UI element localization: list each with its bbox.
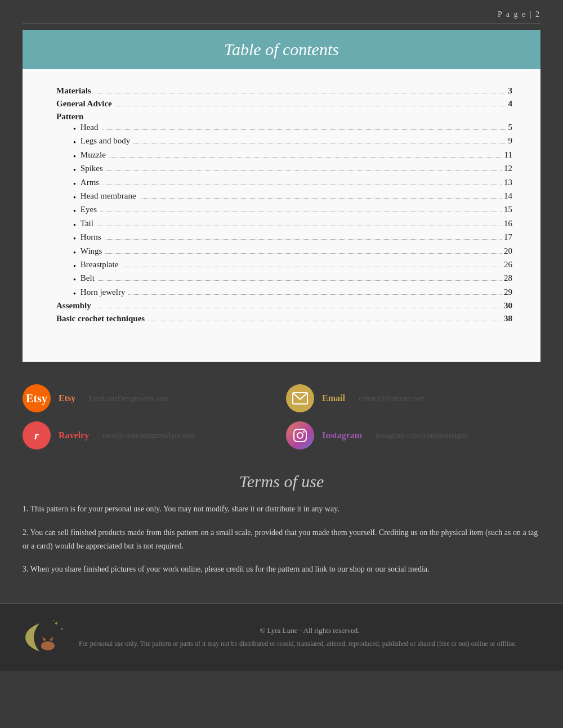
footer-disclaimer: For personal use only. The pattern or pa…: [79, 639, 540, 649]
svg-point-5: [61, 628, 63, 630]
toc-content: Materials 3 General Advice 4 Pattern ● H…: [23, 69, 540, 362]
toc-label-belt: Belt: [81, 273, 95, 283]
toc-label-breastplate: Breastplate: [81, 260, 118, 269]
toc-row-muzzle: ● Muzzle 11: [56, 150, 512, 160]
toc-page-muzzle: 11: [504, 150, 512, 160]
toc-page-wings: 20: [504, 246, 512, 256]
email-label: Email: [322, 393, 345, 403]
social-item-email[interactable]: Email contact@lyralune.com: [286, 384, 540, 412]
instagram-icon: [286, 421, 314, 450]
bullet-horn-jewelry: ●: [73, 290, 76, 298]
toc-dots-materials: [95, 93, 506, 93]
social-section: Etsy Etsy LyraLuneDesigns.etsy.com Email…: [0, 373, 563, 461]
etsy-icon: Etsy: [23, 384, 51, 412]
page-num-value: 2: [535, 10, 540, 19]
toc-row-legs-body: ● Legs and body 9: [56, 136, 512, 146]
term-3: 3. When you share finished pictures of y…: [23, 563, 540, 576]
toc-page-legs-body: 9: [508, 136, 513, 146]
toc-page-materials: 3: [508, 86, 513, 96]
bullet-arms: ●: [73, 180, 76, 188]
toc-label-head: Head: [81, 123, 99, 132]
social-item-etsy[interactable]: Etsy Etsy LyraLuneDesigns.etsy.com: [23, 384, 277, 412]
toc-label-materials: Materials: [56, 86, 91, 96]
toc-page-spikes: 12: [504, 164, 512, 173]
toc-label-general-advice: General Advice: [56, 99, 112, 109]
toc-page-breastplate: 26: [504, 260, 512, 269]
toc-row-head-membrane: ● Head membrane 14: [56, 191, 512, 201]
toc-label-horn-jewelry: Horn jewelry: [81, 287, 126, 297]
header-line: [23, 24, 540, 24]
toc-label-horns: Horns: [81, 232, 101, 242]
toc-dots-arms: [102, 185, 502, 185]
toc-row-horn-jewelry: ● Horn jewelry 29: [56, 287, 512, 298]
svg-point-7: [41, 641, 55, 650]
toc-dots-basic-crochet: [148, 321, 502, 321]
toc-dots-belt: [98, 280, 502, 281]
toc-label-tail: Tail: [81, 219, 93, 228]
toc-page-arms: 13: [504, 178, 512, 187]
toc-dots-legs-body: [133, 143, 506, 143]
toc-label-pattern: Pattern: [56, 112, 83, 122]
toc-dots-wings: [105, 253, 502, 254]
toc-page-horns: 17: [504, 232, 512, 242]
bullet-head-membrane: ●: [73, 194, 76, 201]
bullet-breastplate: ●: [73, 262, 76, 270]
toc-dots-head: [102, 129, 506, 130]
email-url: contact@lyralune.com: [359, 394, 425, 403]
svg-marker-8: [42, 636, 46, 641]
svg-point-6: [53, 620, 54, 621]
content-card: Table of contents Materials 3 General Ad…: [23, 30, 540, 362]
toc-label-wings: Wings: [81, 246, 102, 256]
toc-dots-assembly: [95, 308, 502, 308]
svg-rect-1: [294, 429, 306, 442]
svg-point-2: [297, 433, 303, 438]
toc-row-spikes: ● Spikes 12: [56, 164, 512, 174]
toc-row-pattern: Pattern: [56, 112, 512, 122]
social-item-ravelry[interactable]: r Ravelry ravelry.com/designers/lyra-lun…: [23, 421, 277, 450]
toc-dots-general-advice: [115, 106, 506, 106]
footer: © Lyra Lune - All rights reserved. For p…: [0, 603, 563, 671]
bullet-muzzle: ●: [73, 152, 76, 160]
toc-page-tail: 16: [504, 219, 512, 228]
instagram-url: instagram.com/lyralunedesigns/: [376, 431, 469, 440]
toc-row-eyes: ● Eyes 15: [56, 205, 512, 215]
bullet-wings: ●: [73, 249, 76, 257]
toc-row-arms: ● Arms 13: [56, 178, 512, 188]
page-wrapper: P a g e | 2 Table of contents Materials …: [0, 0, 563, 728]
toc-header: Table of contents: [23, 30, 540, 69]
toc-label-spikes: Spikes: [81, 164, 103, 173]
bullet-horns: ●: [73, 235, 76, 242]
bullet-legs-body: ●: [73, 138, 76, 146]
toc-dots-horn-jewelry: [128, 294, 502, 295]
page-label: P a g e |: [498, 10, 533, 19]
etsy-icon-text: Etsy: [26, 392, 47, 405]
instagram-label: Instagram: [322, 430, 362, 441]
footer-copyright: © Lyra Lune - All rights reserved.: [79, 626, 540, 635]
toc-row-materials: Materials 3: [56, 86, 512, 96]
social-item-instagram[interactable]: Instagram instagram.com/lyralunedesigns/: [286, 421, 540, 450]
toc-row-basic-crochet: Basic crochet techniques 38: [56, 314, 512, 323]
toc-label-basic-crochet: Basic crochet techniques: [56, 314, 145, 323]
term-2: 2. You can sell finished products made f…: [23, 526, 540, 553]
toc-label-arms: Arms: [81, 178, 99, 187]
toc-row-breastplate: ● Breastplate 26: [56, 260, 512, 270]
footer-text-block: © Lyra Lune - All rights reserved. For p…: [79, 626, 540, 649]
svg-point-3: [303, 431, 305, 433]
bullet-spikes: ●: [73, 166, 76, 174]
toc-page-assembly: 30: [504, 301, 512, 311]
toc-row-assembly: Assembly 30: [56, 301, 512, 311]
toc-dots-head-membrane: [140, 198, 502, 199]
toc-row-head: ● Head 5: [56, 123, 512, 133]
bullet-eyes: ●: [73, 207, 76, 215]
toc-row-belt: ● Belt 28: [56, 273, 512, 284]
toc-label-assembly: Assembly: [56, 301, 91, 311]
email-icon: [286, 384, 314, 412]
page-header: P a g e | 2: [0, 0, 563, 24]
toc-page-head-membrane: 14: [504, 191, 512, 201]
toc-dots-horns: [105, 239, 502, 240]
etsy-label: Etsy: [59, 393, 75, 403]
toc-page-belt: 28: [504, 273, 512, 283]
toc-dots-spikes: [106, 170, 502, 171]
toc-dots-eyes: [100, 212, 502, 212]
toc-row-general-advice: General Advice 4: [56, 99, 512, 109]
